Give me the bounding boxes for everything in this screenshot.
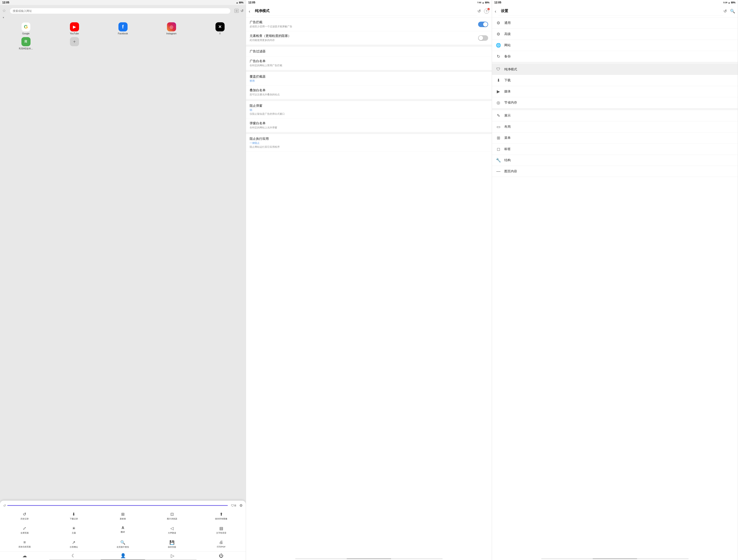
menu-item-save-memory[interactable]: ◎ 节省内存	[492, 97, 738, 108]
element-inspect-sub: 此功能使用更多的内存	[250, 38, 478, 42]
back-button-3[interactable]: ‹	[495, 9, 496, 14]
menu-tts[interactable]: ◁ 大声朗读	[147, 524, 197, 536]
menu-save-images[interactable]: ⬆ 保存所有图像	[197, 510, 246, 522]
dropdown-arrow[interactable]: ▾	[0, 16, 246, 20]
menu-item-layout[interactable]: ▭ 布局	[492, 121, 738, 132]
tabs-icon[interactable]: ⊡	[235, 9, 239, 13]
structure-icon: 🔧	[496, 158, 501, 163]
add-site-button[interactable]: +	[70, 37, 79, 46]
help-icon[interactable]: • ?	[484, 9, 489, 14]
menu-item-display[interactable]: ✎ 展示	[492, 110, 738, 121]
shield-icon-small[interactable]: 🛡	[231, 504, 234, 507]
wifi-icon-2: ▲	[482, 1, 484, 4]
scroll-indicator-2	[295, 558, 443, 559]
nav-user-icon[interactable]: 👤	[120, 553, 126, 558]
menu-item-menu[interactable]: ⊞ 菜单	[492, 132, 738, 144]
ad-block-title: 广告拦截	[250, 20, 478, 24]
add-site-item[interactable]: +	[51, 37, 97, 50]
search-input[interactable]	[13, 9, 228, 13]
spacer	[0, 53, 246, 501]
overlay-blocker-title: 覆盖拦截器	[250, 75, 488, 79]
settings-ad-block[interactable]: 广告拦截 必须至少启用一个过滤器才能屏蔽广告	[246, 18, 492, 31]
menu-theme[interactable]: ☀ 主题	[49, 524, 98, 536]
tab-indicator	[7, 505, 228, 506]
menu-find[interactable]: 🔍 在页面中查找	[98, 538, 147, 550]
menu-item-website[interactable]: 🌐 网站	[492, 40, 738, 51]
nav-power-icon[interactable]: ⏻	[219, 553, 224, 558]
layers-icon[interactable]: ≡	[234, 504, 236, 508]
share-icon: ↗	[72, 540, 75, 545]
header-icons-3: ↺ 🔍	[723, 9, 735, 14]
history-icon-small[interactable]: ↺	[3, 504, 6, 507]
download-label: 下载	[504, 78, 511, 82]
instagram-label: Instagram	[166, 32, 176, 35]
settings-menu-list: ⚙ 通用 ⚙ 高级 🌐 网站 ↻ 备份 🛡 纯净模式 ⬇ 下载 ▶ 媒体	[492, 18, 738, 557]
find-icon: 🔍	[120, 540, 125, 545]
add-page-icon: ≡	[23, 540, 26, 545]
menu-item-download[interactable]: ⬇ 下载	[492, 75, 738, 86]
menu-ocr[interactable]: ▤ 文字转语音	[197, 524, 246, 536]
reload-icon-2[interactable]: ↺	[477, 9, 481, 14]
user-avatar: R	[21, 37, 30, 46]
menu-print[interactable]: 🖨 打印/PDF	[197, 538, 246, 550]
reload-icon-3[interactable]: ↺	[723, 9, 727, 14]
menu-item-advanced[interactable]: ⚙ 高级	[492, 29, 738, 40]
settings-block-apps[interactable]: 阻止执行应用 一律阻止 阻止网站运行其它应用程序	[246, 134, 492, 152]
menu-item-backup[interactable]: ↻ 备份	[492, 51, 738, 62]
site-item-instagram[interactable]: ◎ Instagram	[148, 22, 195, 35]
settings-main-header: ‹ 设置 ↺ 🔍	[492, 5, 738, 18]
nav-night-icon[interactable]: ☾	[71, 553, 76, 558]
media-label: 媒体	[504, 89, 511, 94]
status-bar-3: 12:05 3.19 ▲ 89%	[492, 0, 738, 5]
menu-item-structure[interactable]: 🔧 结构	[492, 155, 738, 166]
menu-item-general[interactable]: ⚙ 通用	[492, 18, 738, 29]
settings-ad-whitelist[interactable]: 广告白名单 在特定的网站上禁用广告拦截	[246, 56, 492, 70]
settings-ad-filter[interactable]: 广告过滤器	[246, 47, 492, 56]
user-avatar-item[interactable]: R RJSHE软件...	[3, 37, 49, 50]
battery-3: 89%	[731, 1, 735, 4]
menu-image-browser[interactable]: ⊡ 图片浏览器	[147, 510, 197, 522]
menu-downloads[interactable]: ⬇ 下载记录	[49, 510, 98, 522]
settings-overlay-blocker[interactable]: 覆盖拦截器 禁用	[246, 72, 492, 86]
back-button-2[interactable]: ‹	[249, 9, 250, 14]
ad-block-toggle[interactable]	[478, 22, 488, 27]
element-inspect-toggle[interactable]	[478, 35, 488, 41]
divider-settings-1	[492, 62, 738, 64]
status-icons-2: 7.02 ▲ 89%	[477, 1, 489, 4]
save-memory-icon: ◎	[496, 100, 501, 105]
settings-overlay-whitelist[interactable]: 叠加白名单 您可以注册允许叠加的站点	[246, 86, 492, 99]
menu-add-page[interactable]: ≡ 添加当前页面	[0, 538, 49, 550]
menu-item-tabs[interactable]: ◻ 标签	[492, 144, 738, 155]
menu-item-media[interactable]: ▶ 媒体	[492, 86, 738, 97]
general-label: 通用	[504, 21, 511, 25]
menu-save-page[interactable]: 💾 保存页面	[147, 538, 197, 550]
menu-history[interactable]: ↺ 历史记录	[0, 510, 49, 522]
menu-new-tab[interactable]: ⊞ 新标签	[98, 510, 147, 522]
site-item-google[interactable]: G Google	[3, 22, 49, 35]
pure-mode-label: 纯净模式	[504, 67, 517, 71]
nav-cast-icon[interactable]: ▷	[171, 553, 174, 558]
menu-item-pure-mode[interactable]: 🛡 纯净模式	[492, 64, 738, 75]
backup-icon: ↻	[496, 54, 501, 59]
menu-item-tab-content[interactable]: — 图页内容	[492, 166, 738, 177]
menu-share[interactable]: ↗ 分享网址	[49, 538, 98, 550]
settings-icon[interactable]: ⚙	[240, 503, 243, 508]
time-1: 12:05	[2, 1, 9, 4]
site-item-x[interactable]: ✕ X	[197, 22, 243, 35]
bottom-nav: ☁ ☾ 👤 ▷ ⏻	[0, 551, 246, 559]
overlay-blocker-sub: 禁用	[250, 79, 488, 83]
search-icon-3[interactable]: 🔍	[730, 9, 735, 14]
settings-popup-whitelist[interactable]: 弹窗白名单 在特定的网站上允许弹窗	[246, 119, 492, 132]
nav-tabs-icon[interactable]: ☁	[22, 553, 27, 558]
header-icons-2: ↺ • ?	[477, 9, 489, 14]
search-bar[interactable]	[10, 8, 230, 14]
site-item-facebook[interactable]: f Facebook	[100, 22, 146, 35]
settings-block-popup[interactable]: 阻止弹窗 弱 仅阻止疑似是广告的弹出式窗口	[246, 101, 492, 119]
settings-element-inspect[interactable]: 元素检查（更细粒度的阻塞） 此功能使用更多的内存	[246, 31, 492, 45]
refresh-icon[interactable]: ↺	[241, 9, 244, 13]
tab-content-icon: —	[496, 169, 501, 174]
site-item-youtube[interactable]: ▶ YouTube	[51, 22, 97, 35]
google-icon: G	[24, 24, 28, 30]
menu-fullscreen[interactable]: ⤢ 全屏页面	[0, 524, 49, 536]
menu-translate[interactable]: A 翻译	[98, 524, 147, 536]
